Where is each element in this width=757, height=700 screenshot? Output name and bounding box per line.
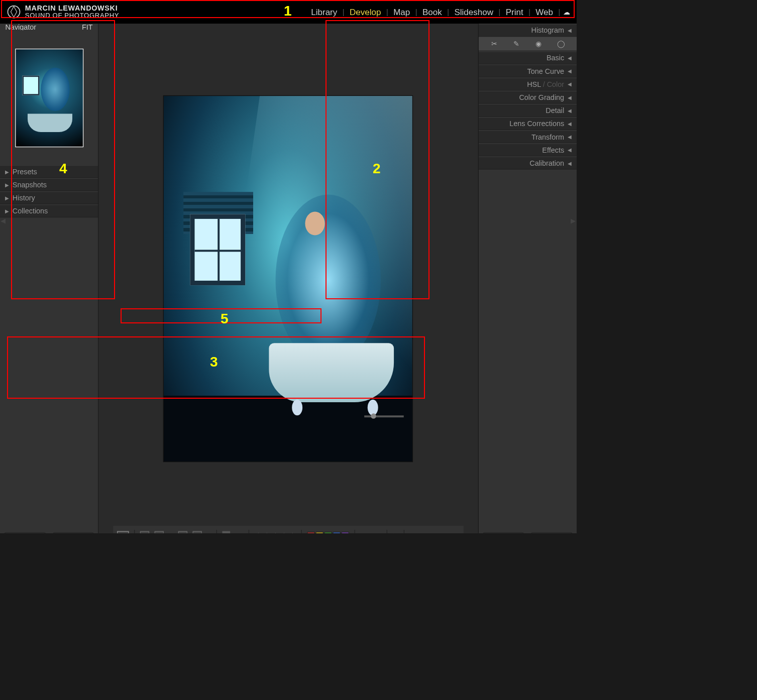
zoom-label: Zoom <box>410 532 426 533</box>
panel-detail[interactable]: Detail <box>479 104 577 117</box>
module-book[interactable]: Book <box>417 7 447 17</box>
copy-button[interactable]: Copy... <box>4 532 46 533</box>
compare-y-icon[interactable] <box>193 531 202 533</box>
navigator-header[interactable]: Navigator FIT <box>0 24 98 30</box>
before-after-icon[interactable] <box>140 531 149 533</box>
paste-button[interactable]: Paste <box>52 532 94 533</box>
zoom-value: 16.6% <box>431 532 450 533</box>
panel-effects[interactable]: Effects <box>479 143 577 156</box>
flag-reject-icon[interactable] <box>236 531 244 533</box>
panel-lens-corrections[interactable]: Lens Corrections <box>479 117 577 130</box>
toolbar-menu-icon[interactable]: ▾ <box>456 531 460 533</box>
zoom-slider[interactable] <box>364 415 404 417</box>
rating-stars[interactable]: ★ ★ ★ ★ ★ <box>255 531 296 533</box>
compare-menu-icon[interactable]: ▾ <box>207 531 211 533</box>
panel-basic[interactable]: Basic <box>479 51 577 64</box>
module-develop[interactable]: Develop <box>345 7 386 17</box>
navigator-zoom-level[interactable]: FIT <box>82 24 93 30</box>
module-library[interactable]: Library <box>306 7 343 17</box>
panel-transform[interactable]: Transform <box>479 130 577 143</box>
panel-collections[interactable]: Collections <box>0 204 98 217</box>
color-labels <box>307 532 349 533</box>
left-panel: Navigator FIT Presets Snapshots History … <box>0 24 98 533</box>
panel-history[interactable]: History <box>0 191 98 204</box>
svg-point-0 <box>8 6 20 18</box>
mask-icon[interactable]: ◯ <box>557 39 566 48</box>
slideshow-play-icon[interactable]: ▶ <box>393 531 399 533</box>
panel-hsl-color[interactable]: HSL / Color <box>479 77 577 90</box>
main-photo[interactable] <box>163 95 413 462</box>
prev-photo-icon[interactable]: ← <box>360 531 368 533</box>
star-icon[interactable]: ★ <box>280 531 287 533</box>
brand-line2: SOUND OF PHOTOGRAPHY <box>25 12 119 19</box>
color-label-green[interactable] <box>324 532 332 533</box>
star-icon[interactable]: ★ <box>263 531 270 533</box>
right-panel-grip-icon[interactable]: ▶ <box>571 217 576 224</box>
panel-snapshots[interactable]: Snapshots <box>0 178 98 191</box>
color-label-purple[interactable] <box>341 532 349 533</box>
flag-pick-icon[interactable] <box>222 531 230 533</box>
left-panel-grip-icon[interactable]: ◀ <box>1 217 6 224</box>
cloud-sync-icon[interactable]: ☁ <box>563 8 570 16</box>
next-photo-icon[interactable]: → <box>374 531 382 533</box>
module-slideshow[interactable]: Slideshow <box>449 7 499 17</box>
aperture-icon <box>7 5 21 19</box>
before-after-menu-icon[interactable]: ▾ <box>169 531 173 533</box>
navigator-preview[interactable] <box>0 30 98 165</box>
color-label-yellow[interactable] <box>315 532 323 533</box>
module-web[interactable]: Web <box>530 7 559 17</box>
panel-tone-curve[interactable]: Tone Curve <box>479 64 577 77</box>
crop-icon[interactable]: ✂ <box>490 39 499 48</box>
panel-calibration[interactable]: Calibration <box>479 157 577 170</box>
color-label-blue[interactable] <box>333 532 341 533</box>
star-icon[interactable]: ★ <box>272 531 279 533</box>
brand-logo: MARCIN LEWANDOWSKI SOUND OF PHOTOGRAPHY <box>7 5 119 19</box>
loupe-area: ▾ ▾ ★ ★ ★ ★ ★ ← <box>98 24 478 533</box>
previous-button[interactable]: Previous <box>483 532 524 533</box>
color-label-red[interactable] <box>307 532 315 533</box>
redeye-icon[interactable]: ◉ <box>534 39 544 48</box>
before-after-split-icon[interactable] <box>155 531 164 533</box>
compare-yy-icon[interactable] <box>178 531 187 533</box>
panel-presets[interactable]: Presets <box>0 165 98 178</box>
module-map[interactable]: Map <box>388 7 415 17</box>
top-bar: MARCIN LEWANDOWSKI SOUND OF PHOTOGRAPHY … <box>0 0 577 24</box>
loupe-view-icon[interactable] <box>117 531 129 533</box>
develop-tools: ✂ ✎ ◉ ◯ <box>479 37 577 51</box>
navigator-title: Navigator <box>5 24 36 30</box>
module-picker: Library| Develop| Map| Book| Slideshow| … <box>306 7 570 17</box>
navigator-thumbnail <box>15 48 83 147</box>
star-icon[interactable]: ★ <box>289 531 296 533</box>
right-panel: Histogram ✂ ✎ ◉ ◯ Basic Tone Curve HSL /… <box>478 24 577 533</box>
reset-button[interactable]: Reset <box>531 532 573 533</box>
star-icon[interactable]: ★ <box>255 531 262 533</box>
heal-icon[interactable]: ✎ <box>512 39 521 48</box>
brand-line1: MARCIN LEWANDOWSKI <box>25 4 118 12</box>
panel-histogram[interactable]: Histogram <box>479 24 577 37</box>
develop-toolbar: ▾ ▾ ★ ★ ★ ★ ★ ← <box>113 526 464 533</box>
module-print[interactable]: Print <box>500 7 528 17</box>
panel-color-grading[interactable]: Color Grading <box>479 91 577 104</box>
